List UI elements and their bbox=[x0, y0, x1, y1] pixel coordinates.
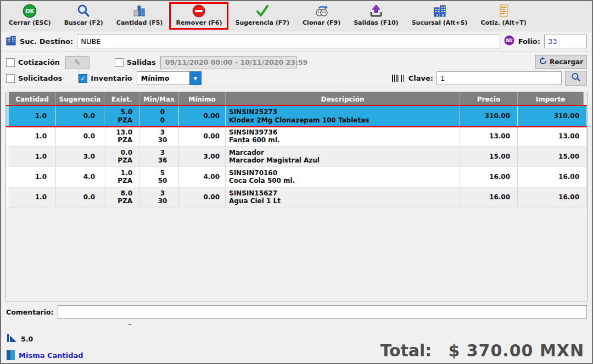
bottom-row: Misma Cantidad Total: $ 370.00 MXN bbox=[7, 341, 584, 360]
salidas-button[interactable]: Salidas (F10) bbox=[347, 2, 405, 30]
cell-existencia: 0.0PZA bbox=[104, 147, 139, 166]
column-header[interactable]: Mínimo bbox=[179, 92, 226, 106]
inventario-checkbox[interactable]: ✓ bbox=[79, 74, 87, 83]
column-header[interactable]: Min/Max bbox=[139, 92, 179, 106]
document-icon bbox=[496, 4, 511, 18]
cell-importe: 310.00 bbox=[518, 106, 587, 126]
comentario-label: Comentario: bbox=[6, 308, 54, 316]
search-icon bbox=[571, 72, 581, 84]
buscar-button[interactable]: Buscar (F2) bbox=[58, 2, 110, 30]
filter-row-1: Cotización ✎ Salidas 09/11/2020 00:00 - … bbox=[6, 55, 587, 70]
buildings-icon bbox=[433, 4, 447, 18]
cell-importe: 15.00 bbox=[518, 147, 587, 166]
column-header[interactable]: Sugerencia bbox=[56, 92, 104, 106]
cell-existencia: 5.0PZA bbox=[104, 106, 139, 126]
svg-text:Nº: Nº bbox=[506, 38, 512, 43]
column-header[interactable]: Cantidad bbox=[9, 92, 56, 106]
cell-cantidad: 1.0 bbox=[9, 167, 56, 187]
cell-precio: 16.00 bbox=[460, 167, 518, 187]
comentario-input[interactable] bbox=[58, 305, 587, 319]
solicitados-checkbox[interactable] bbox=[6, 74, 15, 83]
cell-minimo: 0.00 bbox=[179, 187, 226, 207]
misma-cantidad-legend: Misma Cantidad bbox=[7, 350, 83, 360]
cantidad-button[interactable]: Cantidad (F5) bbox=[110, 2, 170, 30]
search-icon bbox=[76, 4, 91, 18]
destination-row: Suc. Destino: Nº Folio: bbox=[1, 31, 592, 52]
recargar-button[interactable]: Recargar bbox=[535, 55, 587, 69]
cotiz-button[interactable]: Cotiz. (Alt+T) bbox=[474, 2, 533, 30]
table-row[interactable]: 1.0 3.0 0.0PZA 336 3.00 MarcadorMarcador… bbox=[6, 147, 587, 167]
clonar-button[interactable]: Clonar (F9) bbox=[296, 2, 347, 30]
cerrar-button[interactable]: OK Cerrar (ESC) bbox=[2, 2, 58, 30]
check-icon bbox=[255, 4, 270, 18]
chevron-down-icon[interactable]: ▼ bbox=[189, 71, 202, 85]
misma-cantidad-label: Misma Cantidad bbox=[19, 351, 83, 360]
total-value: $ 370.00 MXN bbox=[448, 341, 584, 360]
clave-input[interactable] bbox=[437, 71, 562, 85]
buscar-label: Buscar (F2) bbox=[64, 19, 103, 26]
salidas-date-range[interactable]: 09/11/2020 00:00 - 10/11/2020 23:59 bbox=[160, 56, 296, 69]
sugerencia-button[interactable]: Sugerencia (F7) bbox=[228, 2, 296, 30]
cell-descripcion: SINSIN70160Coca Cola 500 ml. bbox=[226, 167, 460, 187]
cell-precio: 310.00 bbox=[460, 106, 518, 126]
cell-descripcion: SINSIN39736Fanta 600 ml. bbox=[226, 126, 460, 146]
cell-importe: 16.00 bbox=[518, 187, 587, 207]
salidas-label: Salidas bbox=[127, 58, 156, 66]
table-row[interactable]: 1.0 0.0 8.0PZA 330 0.00 SINSIN15627Agua … bbox=[6, 187, 587, 208]
cell-descripcion: SINSIN15627Agua Ciel 1 Lt bbox=[226, 187, 460, 207]
cell-precio: 13.00 bbox=[460, 126, 518, 146]
sugerencia-label: Sugerencia (F7) bbox=[235, 19, 289, 26]
cell-existencia: 1.0PZA bbox=[104, 167, 139, 187]
table-row[interactable]: 1.0 0.0 5.0PZA 00 0.00 SINSIN25273Klodex… bbox=[6, 106, 587, 126]
cell-minmax: 330 bbox=[139, 126, 179, 146]
folio-number-icon: Nº bbox=[504, 35, 514, 48]
cell-importe: 13.00 bbox=[518, 126, 587, 146]
cell-descripcion: SINSIN25273Klodex 2Mg Clonazepam 100 Tab… bbox=[226, 106, 460, 126]
cell-precio: 16.00 bbox=[460, 187, 518, 207]
column-header[interactable]: Importe bbox=[518, 92, 584, 106]
table-row[interactable]: 1.0 4.0 1.0PZA 550 4.00 SINSIN70160Coca … bbox=[6, 167, 587, 187]
clave-label: Clave: bbox=[409, 74, 433, 82]
misma-cantidad-icon bbox=[7, 350, 15, 360]
cell-cantidad: 1.0 bbox=[9, 126, 56, 146]
edit-button[interactable]: ✎ bbox=[65, 56, 89, 69]
clave-search-button[interactable] bbox=[565, 71, 587, 86]
cell-sugerencia: 0.0 bbox=[56, 126, 104, 146]
scrollbar-strip[interactable] bbox=[584, 92, 587, 106]
inventario-select[interactable]: Mínimo ▼ bbox=[137, 71, 202, 85]
sucursal-label: Sucursal (Alt+S) bbox=[412, 19, 468, 26]
cell-sugerencia: 4.0 bbox=[56, 167, 104, 187]
solicitados-label: Solicitados bbox=[18, 74, 62, 82]
dash-indicator: - bbox=[128, 321, 592, 328]
ok-icon: OK bbox=[23, 4, 37, 18]
filter-area: Cotización ✎ Salidas 09/11/2020 00:00 - … bbox=[1, 52, 592, 87]
clave-group: Clave: bbox=[392, 71, 587, 86]
column-header[interactable]: Exist. bbox=[104, 92, 139, 106]
cell-minmax: 330 bbox=[139, 187, 179, 207]
column-header[interactable]: Descripción bbox=[226, 92, 460, 106]
remover-button[interactable]: Remover (F6) bbox=[169, 2, 228, 30]
salidas-checkbox[interactable] bbox=[115, 58, 124, 67]
cell-minimo: 0.00 bbox=[179, 126, 226, 146]
table-header-row: CantidadSugerenciaExist.Min/MaxMínimoDes… bbox=[6, 92, 587, 106]
total-label: Total: bbox=[380, 341, 432, 360]
cell-sugerencia: 0.0 bbox=[56, 187, 104, 207]
sucursal-button[interactable]: Sucursal (Alt+S) bbox=[405, 2, 474, 30]
cell-importe: 16.00 bbox=[518, 167, 587, 187]
cotizacion-checkbox[interactable] bbox=[6, 58, 15, 67]
cell-sugerencia: 3.0 bbox=[56, 147, 104, 166]
folio-label: Folio: bbox=[518, 37, 540, 46]
folio-input[interactable] bbox=[544, 35, 587, 48]
toolbar: OK Cerrar (ESC) Buscar (F2) Cantidad (F5… bbox=[1, 1, 592, 31]
cell-minimo: 0.00 bbox=[179, 106, 226, 126]
items-table: CantidadSugerenciaExist.Min/MaxMínimoDes… bbox=[5, 92, 588, 301]
table-row[interactable]: 1.0 0.0 13.0PZA 330 0.00 SINSIN39736Fant… bbox=[6, 126, 587, 147]
total: Total: $ 370.00 MXN bbox=[380, 341, 584, 360]
pencil-icon: ✎ bbox=[74, 58, 81, 68]
suc-destino-input[interactable] bbox=[77, 35, 500, 48]
cell-existencia: 13.0PZA bbox=[104, 126, 139, 146]
column-header[interactable]: Precio bbox=[460, 92, 518, 106]
svg-text:OK: OK bbox=[25, 8, 35, 14]
cell-cantidad: 1.0 bbox=[9, 106, 56, 126]
app-window: OK Cerrar (ESC) Buscar (F2) Cantidad (F5… bbox=[0, 0, 593, 364]
